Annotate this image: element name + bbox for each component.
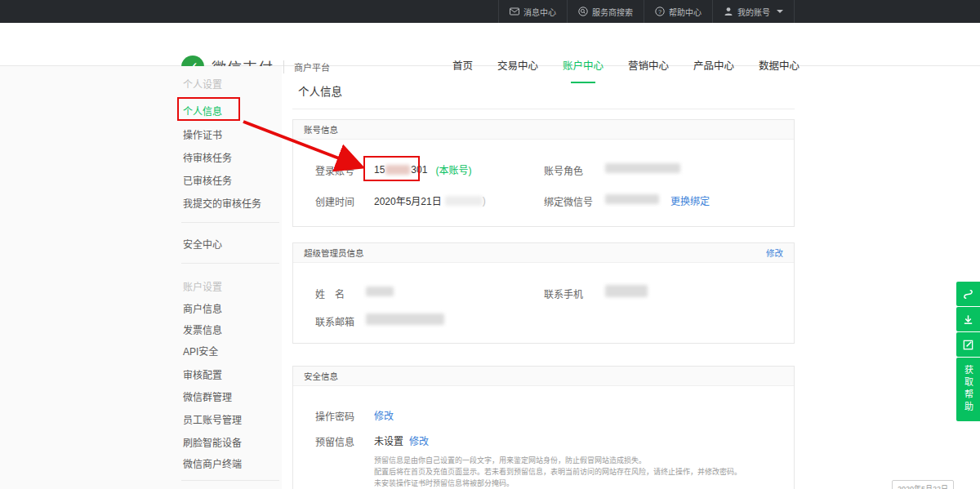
sidebar-item-reviewed-tasks[interactable]: 已审核任务 — [183, 173, 232, 187]
section-title: 超级管理员信息 — [304, 247, 364, 259]
masked-time — [445, 196, 483, 206]
sidebar-item-my-submitted-tasks[interactable]: 我提交的审核任务 — [183, 196, 261, 210]
reserved-edit-link[interactable]: 修改 — [409, 433, 429, 447]
sidebar-item-pending-review-tasks[interactable]: 待审核任务 — [183, 150, 232, 164]
sidebar-item-staff-account-management[interactable]: 员工账号管理 — [183, 412, 242, 426]
masked-digits — [385, 165, 410, 175]
sidebar-group-account-settings: 账户设置 — [183, 279, 222, 293]
created-suffix: ) — [483, 195, 486, 207]
nav-item-home[interactable]: 首页 — [452, 46, 473, 89]
wechat-pay-merchant-portal: 消息中心 服务商搜索 ? 帮助中心 我的账号 — [0, 0, 980, 489]
account-role-label: 账号角色 — [544, 163, 583, 177]
sidebar-divider — [181, 222, 279, 223]
edit-icon — [962, 339, 974, 351]
nav-item-product-center[interactable]: 产品中心 — [693, 46, 734, 89]
page-title: 个人信息 — [298, 82, 342, 99]
floating-helper-widget: 获取帮助 — [956, 282, 980, 421]
login-account-suffix: 301 — [411, 164, 427, 176]
operation-password-label: 操作密码 — [315, 409, 354, 423]
created-time-label: 创建时间 — [315, 194, 354, 208]
super-admin-section: 超级管理员信息 修改 姓 名 联系手机 联系邮箱 — [292, 242, 795, 344]
created-time-value: 2020年5月21日 ) — [374, 193, 486, 207]
sidebar-item-wechat-merchant-terminal[interactable]: 微信商户终端 — [183, 456, 242, 470]
download-icon — [962, 313, 974, 326]
sidebar-item-wechat-group-management[interactable]: 微信群管理 — [183, 389, 232, 403]
reserved-info-description: 预留信息是由你自己设置的一段文字，用来鉴定网站身份，防止假冒网站造成损失。 配置… — [374, 455, 742, 489]
description-line: 预留信息是由你自己设置的一段文字，用来鉴定网站身份，防止假冒网站造成损失。 — [374, 455, 742, 466]
topbar-item-help-center[interactable]: ? 帮助中心 — [644, 0, 712, 23]
login-account-value: 15 301 (本账号) — [374, 162, 471, 176]
search-icon — [578, 7, 588, 16]
mail-icon — [510, 7, 519, 16]
sidebar-divider — [181, 263, 279, 264]
site-header: ✓ 微信支付 商户平台 首页 交易中心 账户中心 营销中心 产品中心 数据中心 — [0, 23, 980, 66]
current-account-tag: (本账号) — [435, 162, 471, 176]
sidebar-item-review-config[interactable]: 审核配置 — [183, 367, 222, 381]
login-account-prefix: 15 — [374, 164, 385, 176]
masked-phone — [605, 285, 648, 297]
date-badge: 2020年5月22日 — [892, 480, 954, 489]
super-admin-section-header: 超级管理员信息 修改 — [293, 243, 794, 263]
sidebar-divider — [181, 480, 279, 481]
title-divider — [292, 109, 795, 109]
caret-down-icon — [777, 10, 783, 13]
bound-wechat-label: 绑定微信号 — [544, 194, 593, 208]
portal-name: 商户平台 — [294, 60, 330, 73]
section-title: 安全信息 — [304, 370, 338, 382]
name-label: 姓 名 — [315, 287, 345, 300]
masked-account-role — [605, 163, 680, 173]
svg-text:?: ? — [658, 8, 662, 16]
sidebar-item-personal-info[interactable]: 个人信息 — [183, 104, 222, 118]
topbar-item-service-search[interactable]: 服务商搜索 — [567, 0, 644, 23]
nav-item-account-center[interactable]: 账户中心 — [563, 46, 604, 89]
primary-nav: 首页 交易中心 账户中心 营销中心 产品中心 数据中心 — [452, 46, 800, 89]
user-icon — [724, 7, 733, 16]
help-icon: ? — [655, 7, 665, 16]
sidebar-item-api-security[interactable]: API安全 — [183, 344, 218, 358]
topbar-item-message-center[interactable]: 消息中心 — [498, 0, 567, 23]
topbar-item-label: 服务商搜索 — [592, 6, 633, 18]
nav-item-marketing-center[interactable]: 营销中心 — [628, 46, 669, 89]
rebind-link[interactable]: 更换绑定 — [670, 193, 710, 207]
sidebar-item-security-center[interactable]: 安全中心 — [183, 237, 222, 251]
reserved-info-value: 未设置 — [374, 433, 403, 447]
sidebar-item-merchant-info[interactable]: 商户信息 — [183, 301, 222, 315]
security-info-section-header: 安全信息 — [293, 367, 794, 386]
topbar-item-my-account[interactable]: 我的账号 — [712, 0, 795, 23]
password-edit-link[interactable]: 修改 — [374, 408, 394, 422]
nav-item-transaction-center[interactable]: 交易中心 — [497, 46, 538, 89]
contact-phone-label: 联系手机 — [544, 287, 583, 300]
description-line: 配置后将在首页及充值页面显示。若未看到预留信息，表明当前访问的网站存在风险，请终… — [374, 466, 742, 478]
topbar-item-label: 我的账号 — [737, 6, 770, 18]
brand-divider — [283, 60, 284, 73]
account-info-section: 账号信息 登录账号 15 301 (本账号) 账号角色 创建时间 2020年5月… — [292, 119, 795, 227]
created-date: 2020年5月21日 — [374, 193, 442, 207]
sidebar-item-invoice-info[interactable]: 发票信息 — [183, 322, 222, 336]
nav-item-data-center[interactable]: 数据中心 — [759, 46, 800, 89]
topbar-item-label: 帮助中心 — [669, 6, 702, 18]
sidebar-group-personal-settings: 个人设置 — [183, 77, 222, 91]
get-help-button[interactable]: 获取帮助 — [956, 358, 980, 421]
sidebar-item-operation-certificate[interactable]: 操作证书 — [183, 127, 222, 141]
sidebar-item-face-smart-device[interactable]: 刷脸智能设备 — [183, 435, 242, 449]
reserved-info-label: 预留信息 — [315, 434, 354, 448]
float-link-button[interactable] — [956, 282, 980, 306]
contact-email-label: 联系邮箱 — [315, 314, 354, 328]
admin-edit-link[interactable]: 修改 — [766, 247, 783, 259]
login-account-label: 登录账号 — [315, 163, 354, 177]
float-download-button[interactable] — [956, 307, 980, 331]
description-line: 未安装操作证书时预留信息将被部分掩码。 — [374, 478, 742, 489]
top-utility-bar: 消息中心 服务商搜索 ? 帮助中心 我的账号 — [0, 0, 980, 23]
account-info-section-header: 账号信息 — [293, 120, 794, 140]
masked-name — [366, 287, 394, 296]
security-info-section: 安全信息 操作密码 修改 预留信息 未设置 修改 预留信息是由你自己设置的一段文… — [292, 366, 795, 489]
section-title: 账号信息 — [304, 123, 338, 136]
link-icon — [962, 288, 974, 300]
masked-wechat-id — [605, 194, 659, 204]
float-feedback-button[interactable] — [956, 332, 980, 357]
topbar-item-label: 消息中心 — [523, 6, 556, 18]
masked-email — [366, 313, 444, 325]
